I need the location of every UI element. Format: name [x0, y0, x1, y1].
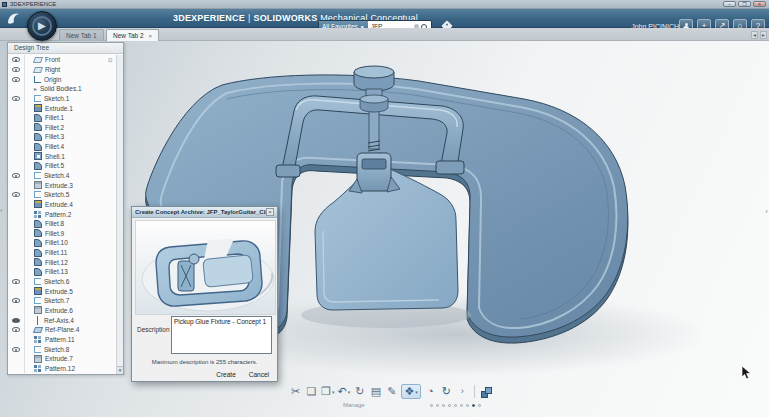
- tab-new-tab-1[interactable]: New Tab 1: [59, 29, 104, 41]
- share-squares-glyph: [481, 387, 491, 397]
- maximize-button[interactable]: ❐: [738, 1, 751, 7]
- toolbar-pager-dots[interactable]: [430, 404, 481, 407]
- visibility-eye-icon[interactable]: [12, 57, 20, 62]
- tree-item-label: Sketch.5: [44, 191, 69, 198]
- more-icon[interactable]: ›: [456, 384, 469, 399]
- pager-dot-8[interactable]: [472, 404, 475, 407]
- product-bold: SOLIDWORKS: [253, 13, 317, 23]
- close-button[interactable]: ×: [753, 1, 766, 7]
- tab-new-tab-2[interactable]: New Tab 2×: [106, 29, 159, 41]
- scroll-down-icon[interactable]: ▾: [117, 366, 123, 374]
- pager-dot-6[interactable]: [460, 404, 463, 407]
- share-squares-icon[interactable]: [480, 384, 493, 399]
- tree-item-fillet-4[interactable]: Fillet.4: [8, 142, 116, 152]
- tree-item-fillet-3[interactable]: Fillet.3: [8, 132, 116, 142]
- tab-scroll-right-icon[interactable]: ▸: [760, 31, 767, 39]
- visibility-eye-icon[interactable]: [12, 318, 20, 323]
- bom-table-icon[interactable]: ▤: [369, 384, 382, 399]
- tree-item-shell-1[interactable]: Shell.1: [8, 151, 116, 161]
- pager-dot-7[interactable]: [466, 404, 469, 407]
- visibility-eye-icon[interactable]: [12, 347, 20, 352]
- rebuild-icon[interactable]: ↻: [353, 384, 366, 399]
- visibility-eye-icon[interactable]: [12, 298, 20, 303]
- tree-item-origin[interactable]: Origin: [8, 74, 116, 84]
- tree-item-fillet-2[interactable]: Fillet.2: [8, 122, 116, 132]
- tree-item-right[interactable]: Right: [8, 65, 116, 75]
- minimize-button[interactable]: –: [723, 1, 736, 7]
- create-concept-archive-dialog: Create Concept Archive: JFP_TaylorGuitar…: [131, 206, 278, 382]
- tree-scrollbar[interactable]: ▾: [116, 55, 123, 374]
- tree-item-fillet-5[interactable]: Fillet.5: [8, 161, 116, 171]
- paste-icon[interactable]: ❐▾: [321, 384, 334, 399]
- panel-collapse-left-icon[interactable]: ‹: [0, 206, 3, 215]
- description-label: Description: [137, 326, 170, 333]
- dialog-titlebar[interactable]: Create Concept Archive: JFP_TaylorGuitar…: [132, 207, 277, 218]
- tree-item-ref-plane-4[interactable]: Ref-Plane.4: [8, 325, 116, 335]
- tree-item-extrude-5[interactable]: Extrude.5: [8, 286, 116, 296]
- tree-item-sketch-5[interactable]: Sketch.5: [8, 190, 116, 200]
- pager-dot-9[interactable]: [478, 404, 481, 407]
- expand-caret-icon[interactable]: ▸: [34, 85, 37, 92]
- visibility-eye-icon[interactable]: [12, 327, 20, 332]
- tree-item-main: Fillet.4: [25, 143, 64, 151]
- pager-dot-2[interactable]: [436, 404, 439, 407]
- tree-item-front[interactable]: Front: [8, 55, 116, 65]
- tree-item-pattern-11[interactable]: Pattern.11: [8, 335, 116, 345]
- tree-item-sketch-8[interactable]: Sketch.8: [8, 344, 116, 354]
- tree-item-sketch-1[interactable]: Sketch.1: [8, 94, 116, 104]
- visibility-eye-icon[interactable]: [12, 279, 20, 284]
- tree-item-extrude-7[interactable]: Extrude.7: [8, 354, 116, 364]
- tree-item-fillet-1[interactable]: Fillet.1: [8, 113, 116, 123]
- cut-icon[interactable]: ✂: [289, 384, 302, 399]
- panel-collapse-right-icon[interactable]: ‹: [765, 207, 768, 216]
- tree-item-extrude-6[interactable]: Extrude.6: [8, 306, 116, 316]
- visibility-eye-icon[interactable]: [12, 67, 20, 72]
- visibility-cell: [8, 74, 25, 84]
- gear-icon[interactable]: ☼: [107, 56, 114, 64]
- visibility-eye-icon[interactable]: [12, 173, 20, 178]
- pager-dot-3[interactable]: [442, 404, 445, 407]
- tree-item-solid-bodies-1[interactable]: ▸Solid Bodies.1: [8, 84, 116, 94]
- 3d-compass[interactable]: ▶: [27, 11, 57, 41]
- cancel-button[interactable]: Cancel: [249, 371, 269, 378]
- visibility-eye-icon[interactable]: [12, 77, 20, 82]
- tree-item-fillet-10[interactable]: Fillet.10: [8, 238, 116, 248]
- close-tab-icon[interactable]: ×: [149, 33, 153, 39]
- tree-item-main: Extrude.3: [25, 181, 73, 189]
- tree-item-sketch-6[interactable]: Sketch.6: [8, 277, 116, 287]
- tree-item-fillet-8[interactable]: Fillet.8: [8, 219, 116, 229]
- visibility-eye-icon[interactable]: [12, 192, 20, 197]
- visibility-cell: [8, 219, 25, 229]
- visibility-cell: [8, 344, 25, 354]
- description-input[interactable]: Pickup Glue Fixture - Concept 1: [171, 316, 272, 354]
- history-icon[interactable]: ◔: [424, 384, 437, 399]
- signoff-icon[interactable]: ✎: [385, 384, 398, 399]
- tree-item-pattern-2[interactable]: Pattern.2: [8, 209, 116, 219]
- tree-item-fillet-9[interactable]: Fillet.9: [8, 229, 116, 239]
- tree-item-pattern-12[interactable]: Pattern.12: [8, 364, 116, 374]
- tree-item-ref-axis-4[interactable]: Ref-Axis.4: [8, 315, 116, 325]
- pager-dot-4[interactable]: [448, 404, 451, 407]
- pager-dot-1[interactable]: [430, 404, 433, 407]
- tree-item-label: Sketch.6: [44, 278, 69, 285]
- undo-icon[interactable]: ↶▾: [337, 384, 350, 399]
- dialog-close-icon[interactable]: ×: [266, 208, 274, 216]
- visibility-cell: [8, 190, 25, 200]
- create-button[interactable]: Create: [216, 371, 236, 378]
- publish-icon[interactable]: ❖▾: [401, 384, 420, 399]
- visibility-eye-icon[interactable]: [12, 96, 20, 101]
- tree-item-sketch-4[interactable]: Sketch.4: [8, 171, 116, 181]
- copy-icon[interactable]: ❏: [305, 384, 318, 399]
- bom-table-icon-glyph: ▤: [371, 385, 381, 398]
- tree-item-sketch-7[interactable]: Sketch.7: [8, 296, 116, 306]
- tree-item-extrude-4[interactable]: Extrude.4: [8, 200, 116, 210]
- tree-item-fillet-12[interactable]: Fillet.12: [8, 257, 116, 267]
- tab-scroll-left-icon[interactable]: ◂: [751, 31, 758, 39]
- pager-dot-5[interactable]: [454, 404, 457, 407]
- refplane-icon: [33, 327, 43, 333]
- tree-item-extrude-3[interactable]: Extrude.3: [8, 180, 116, 190]
- sync-icon[interactable]: ↻: [440, 384, 453, 399]
- tree-item-extrude-1[interactable]: Extrude.1: [8, 103, 116, 113]
- tree-item-fillet-13[interactable]: Fillet.13: [8, 267, 116, 277]
- tree-item-fillet-11[interactable]: Fillet.11: [8, 248, 116, 258]
